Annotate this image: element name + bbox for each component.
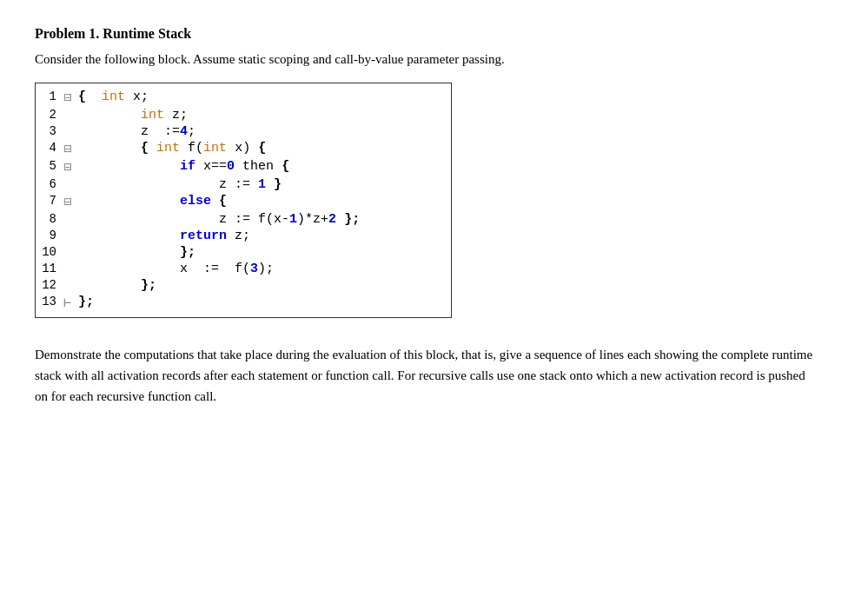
table-row: 1 ⊟ { int x; [36, 89, 363, 107]
code-line-7: else { [75, 193, 363, 211]
code-block: 1 ⊟ { int x; 2 int z; 3 z :=4; 4 ⊟ [35, 83, 452, 318]
fold-icon [60, 228, 75, 244]
line-number: 13 [36, 294, 60, 312]
code-line-3: z :=4; [75, 123, 363, 140]
table-row: 13 ⊢ }; [36, 294, 363, 312]
code-line-9: return z; [75, 228, 363, 244]
code-line-10: }; [75, 244, 363, 261]
fold-icon: ⊟ [60, 158, 75, 176]
table-row: 4 ⊟ { int f(int x) { [36, 140, 363, 158]
fold-icon: ⊢ [60, 294, 75, 312]
table-row: 10 }; [36, 244, 363, 261]
code-line-2: int z; [75, 107, 363, 123]
table-row: 2 int z; [36, 107, 363, 123]
code-table: 1 ⊟ { int x; 2 int z; 3 z :=4; 4 ⊟ [36, 89, 363, 312]
fold-icon: ⊟ [60, 140, 75, 158]
line-number: 9 [36, 228, 60, 244]
code-line-5: if x==0 then { [75, 158, 363, 176]
line-number: 6 [36, 176, 60, 193]
intro-text: Consider the following block. Assume sta… [35, 52, 833, 67]
line-number: 5 [36, 158, 60, 176]
line-number: 11 [36, 261, 60, 277]
table-row: 9 return z; [36, 228, 363, 244]
line-number: 4 [36, 140, 60, 158]
line-number: 2 [36, 107, 60, 123]
fold-icon [60, 123, 75, 140]
table-row: 8 z := f(x-1)*z+2 }; [36, 211, 363, 228]
fold-icon: ⊟ [60, 89, 75, 107]
fold-icon [60, 176, 75, 193]
fold-icon [60, 261, 75, 277]
line-number: 3 [36, 123, 60, 140]
fold-icon [60, 244, 75, 261]
code-line-4: { int f(int x) { [75, 140, 363, 158]
fold-icon: ⊟ [60, 193, 75, 211]
code-line-13: }; [75, 294, 363, 312]
fold-icon [60, 211, 75, 228]
line-number: 10 [36, 244, 60, 261]
table-row: 5 ⊟ if x==0 then { [36, 158, 363, 176]
code-line-12: }; [75, 277, 363, 294]
table-row: 11 x := f(3); [36, 261, 363, 277]
line-number: 7 [36, 193, 60, 211]
table-row: 7 ⊟ else { [36, 193, 363, 211]
code-line-1: { int x; [75, 89, 363, 107]
line-number: 1 [36, 89, 60, 107]
line-number: 8 [36, 211, 60, 228]
problem-title: Problem 1. Runtime Stack [35, 26, 833, 42]
description-text: Demonstrate the computations that take p… [35, 344, 817, 407]
fold-icon [60, 277, 75, 294]
line-number: 12 [36, 277, 60, 294]
table-row: 12 }; [36, 277, 363, 294]
table-row: 6 z := 1 } [36, 176, 363, 193]
table-row: 3 z :=4; [36, 123, 363, 140]
code-line-6: z := 1 } [75, 176, 363, 193]
code-line-8: z := f(x-1)*z+2 }; [75, 211, 363, 228]
fold-icon [60, 107, 75, 123]
code-line-11: x := f(3); [75, 261, 363, 277]
